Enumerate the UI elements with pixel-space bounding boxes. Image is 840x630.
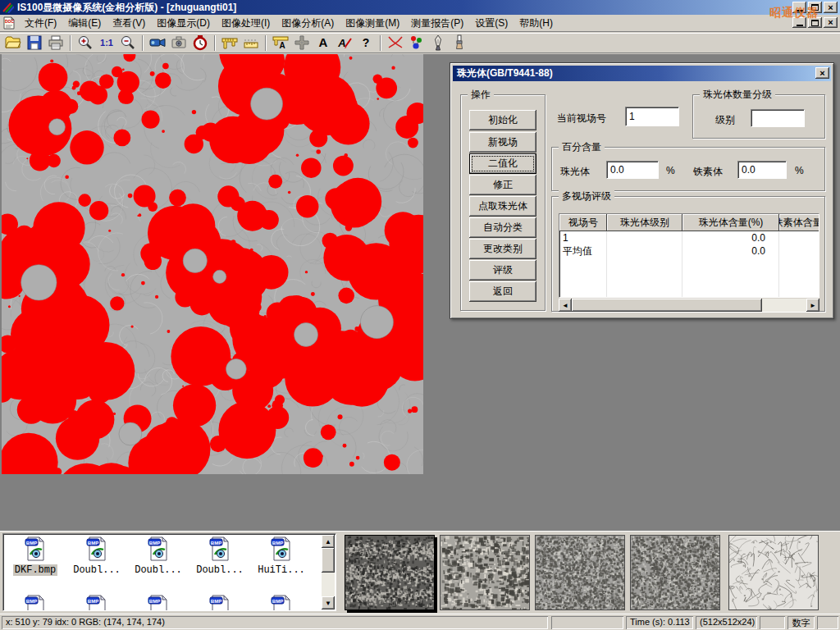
file-item[interactable]: BMP: [66, 595, 127, 611]
new-field-button[interactable]: 新视场: [469, 132, 536, 153]
menu-help[interactable]: 帮助(H): [514, 14, 559, 33]
file-item[interactable]: BMP: [251, 595, 312, 611]
caliper-icon: [221, 34, 238, 51]
file-item[interactable]: BMP Doubl...: [66, 536, 127, 576]
actual-size-button[interactable]: 1:1: [96, 34, 117, 52]
minimize-button[interactable]: [792, 2, 806, 13]
open-button[interactable]: [2, 34, 24, 52]
menu-edit[interactable]: 编辑(E): [62, 14, 107, 33]
video-capture-button[interactable]: [147, 34, 168, 52]
zoom-in-button[interactable]: [75, 34, 96, 52]
thumbnail-3[interactable]: [535, 535, 625, 610]
annotate-button[interactable]: A: [334, 34, 355, 52]
pen-button[interactable]: [427, 34, 449, 52]
file-name[interactable]: DKF.bmp: [13, 564, 57, 576]
return-button[interactable]: 返回: [469, 281, 536, 302]
toolbar-separator: [70, 35, 71, 51]
col-field-number[interactable]: 视场号: [559, 214, 607, 231]
rate-button[interactable]: 评级: [469, 260, 536, 281]
brush-button[interactable]: [449, 34, 470, 52]
file-item[interactable]: BMP Doubl...: [128, 536, 189, 576]
binarize-button[interactable]: 二值化: [469, 153, 536, 174]
menu-settings[interactable]: 设置(S): [469, 14, 514, 33]
svg-text:BMP: BMP: [211, 599, 221, 604]
save-button[interactable]: [24, 34, 45, 52]
file-name[interactable]: Doubl...: [194, 564, 245, 576]
cell: [607, 271, 682, 284]
file-item[interactable]: BMP: [5, 595, 66, 611]
col-pearlite-content[interactable]: 珠光体含量(%): [682, 214, 779, 231]
svg-text:BMP: BMP: [26, 541, 37, 546]
caliper-button[interactable]: [219, 34, 240, 52]
file-item[interactable]: BMP: [189, 595, 250, 611]
zoom-out-button[interactable]: [117, 34, 139, 52]
menu-view[interactable]: 查看(V): [107, 14, 151, 33]
table-row[interactable]: [559, 271, 819, 284]
mdi-restore-button[interactable]: [808, 17, 822, 28]
change-class-button[interactable]: 更改类别: [469, 239, 536, 259]
thumbnail-2[interactable]: [440, 535, 530, 610]
menu-image-process[interactable]: 图像处理(I): [216, 14, 276, 33]
col-pearlite-grade[interactable]: 珠光体级别: [607, 214, 682, 231]
menu-image-display[interactable]: 图像显示(D): [151, 14, 216, 33]
file-list-scrollbar[interactable]: ▲ ▼: [322, 535, 335, 609]
scroll-right-button[interactable]: ►: [806, 299, 819, 312]
mdi-close-button[interactable]: ×: [824, 17, 838, 28]
thumbnail-4[interactable]: [630, 535, 720, 610]
menu-image-measure[interactable]: 图像测量(M): [340, 14, 405, 33]
current-field-input[interactable]: [625, 107, 679, 126]
file-name[interactable]: Doubl...: [71, 564, 122, 576]
text-button[interactable]: A: [313, 34, 334, 52]
measure-text-button[interactable]: A: [270, 34, 291, 52]
table-row[interactable]: 1 0.0: [559, 231, 819, 244]
restore-button[interactable]: [808, 2, 822, 13]
file-item[interactable]: BMP Doubl...: [189, 536, 250, 576]
toolbar: 1:1 A A A: [0, 33, 840, 53]
init-button[interactable]: 初始化: [469, 110, 536, 130]
scrollbar-thumb[interactable]: [572, 299, 762, 312]
menu-image-analysis[interactable]: 图像分析(A): [276, 14, 340, 33]
svg-text:BMP: BMP: [149, 541, 160, 546]
ferrite-percent-input[interactable]: [737, 161, 787, 179]
table-row[interactable]: 平均值 0.0: [559, 244, 819, 258]
table-row[interactable]: [559, 284, 819, 297]
dialog-title: 珠光体(GB/T9441-88): [457, 66, 553, 80]
mdi-minimize-button[interactable]: [792, 17, 806, 28]
auto-classify-button[interactable]: 自动分类: [469, 217, 536, 238]
print-button[interactable]: [45, 34, 66, 52]
grade-input[interactable]: [751, 109, 805, 127]
table-row[interactable]: [559, 258, 819, 271]
metallographic-image[interactable]: [2, 54, 423, 474]
help-button[interactable]: ?: [355, 34, 377, 52]
file-name[interactable]: Doubl...: [133, 564, 184, 576]
table-horizontal-scrollbar[interactable]: ◄ ►: [559, 299, 819, 312]
classify-points-button[interactable]: [406, 34, 427, 52]
file-name[interactable]: HuiTi...: [256, 564, 307, 576]
thumbnail-1[interactable]: [345, 535, 435, 610]
menu-bar: DOC 文件(F) 编辑(E) 查看(V) 图像显示(D) 图像处理(I) 图像…: [0, 15, 840, 32]
grid-button[interactable]: [291, 34, 313, 52]
scroll-up-button[interactable]: ▲: [322, 535, 335, 548]
current-field-label: 当前视场号: [557, 112, 606, 126]
menu-file[interactable]: 文件(F): [19, 14, 62, 33]
pearlite-percent-input[interactable]: [606, 161, 659, 179]
ruler-button[interactable]: [240, 34, 262, 52]
pick-pearlite-button[interactable]: 点取珠光体: [469, 196, 536, 217]
timer-button[interactable]: [189, 34, 211, 52]
scrollbar-thumb[interactable]: [322, 548, 335, 573]
menu-measure-report[interactable]: 测量报告(P): [405, 14, 469, 33]
thumbnail-5[interactable]: [728, 535, 819, 610]
dialog-close-button[interactable]: ×: [815, 67, 829, 79]
snapshot-button[interactable]: [168, 34, 189, 52]
curve-tool-button[interactable]: [385, 34, 406, 52]
scroll-left-button[interactable]: ◄: [559, 299, 572, 312]
file-item[interactable]: BMP DKF.bmp: [5, 536, 66, 576]
col-ferrite-content[interactable]: 铁素体含量(%): [779, 214, 819, 231]
mdi-minimize-icon: [797, 25, 803, 26]
file-item[interactable]: BMP: [128, 595, 189, 611]
file-item[interactable]: BMP HuiTi...: [251, 536, 312, 576]
scroll-down-button[interactable]: ▼: [322, 596, 335, 609]
document-icon: DOC: [2, 16, 16, 30]
correct-button[interactable]: 修正: [469, 175, 536, 195]
close-button[interactable]: ×: [824, 2, 838, 13]
